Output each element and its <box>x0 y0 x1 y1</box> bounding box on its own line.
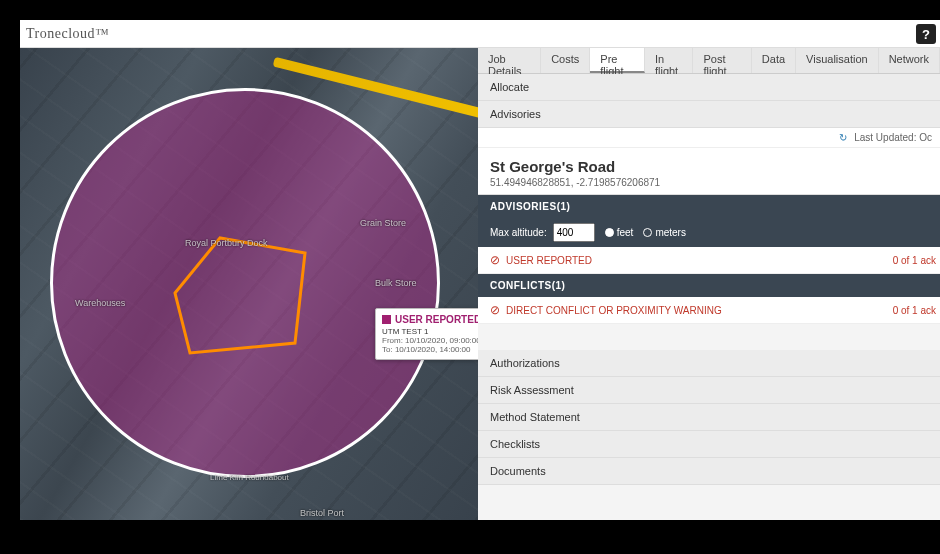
section-documents[interactable]: Documents <box>478 458 940 485</box>
advisories-header-text: ADVISORIES(1) <box>490 201 570 212</box>
unit-meters-radio[interactable]: meters <box>643 227 686 238</box>
section-checklists[interactable]: Checklists <box>478 431 940 458</box>
map-label-bristolport: Bristol Port <box>300 508 344 518</box>
tab-visualisation[interactable]: Visualisation <box>796 48 879 73</box>
alert-ack-count: 0 of 1 ack <box>893 305 936 316</box>
popup-from: From: 10/10/2020, 09:00:00 <box>382 336 478 345</box>
max-alt-input[interactable] <box>553 223 595 242</box>
tab-data[interactable]: Data <box>752 48 796 73</box>
tab-job-details[interactable]: Job Details <box>478 48 541 73</box>
map-label-limekiln: Lime Kiln Roundabout <box>210 473 289 482</box>
alert-icon: ⊘ <box>490 253 500 267</box>
unit-feet-radio[interactable]: feet <box>605 227 634 238</box>
tab-post-flight[interactable]: Post flight <box>693 48 751 73</box>
map-label-bulkstore: Bulk Store <box>375 278 417 288</box>
topbar: T ronecloud™ ? <box>20 20 940 48</box>
tab-in-flight[interactable]: In flight <box>645 48 693 73</box>
help-icon[interactable]: ? <box>916 24 936 44</box>
refresh-icon[interactable]: ↻ <box>839 132 847 143</box>
map-label-dock: Royal Portbury Dock <box>185 238 268 248</box>
location-coords: 51.494946828851, -2.7198576206871 <box>490 177 928 188</box>
main-layout: Royal Portbury Dock Warehouses Bulk Stor… <box>20 48 940 520</box>
brand-logo: ronecloud™ <box>35 26 110 42</box>
map-label-warehouses: Warehouses <box>75 298 125 308</box>
section-authorizations[interactable]: Authorizations <box>478 350 940 377</box>
alert-text: DIRECT CONFLICT OR PROXIMITY WARNING <box>506 305 722 316</box>
alert-user-reported[interactable]: ⊘ USER REPORTED 0 of 1 ack <box>478 247 940 274</box>
tab-network[interactable]: Network <box>879 48 940 73</box>
section-allocate[interactable]: Allocate <box>478 74 940 101</box>
max-alt-label: Max altitude: <box>490 227 547 238</box>
section-advisories[interactable]: Advisories <box>478 101 940 128</box>
section-method-statement[interactable]: Method Statement <box>478 404 940 431</box>
popup-title: USER REPORTED <box>395 314 478 325</box>
tab-costs[interactable]: Costs <box>541 48 590 73</box>
map-label-grainstore: Grain Store <box>360 218 406 228</box>
location-title: St George's Road <box>490 158 928 175</box>
map-pane[interactable]: Royal Portbury Dock Warehouses Bulk Stor… <box>20 48 478 520</box>
alert-ack-count: 0 of 1 ack <box>893 255 936 266</box>
advisories-header-bar[interactable]: ADVISORIES(1) <box>478 195 940 218</box>
app-window: T ronecloud™ ? Royal Portbury Dock Wareh… <box>20 20 940 520</box>
popup-subtitle: UTM TEST 1 <box>382 327 478 336</box>
last-updated-row: ↻ Last Updated: Oc <box>478 128 940 148</box>
flight-area-polygon[interactable] <box>165 233 315 363</box>
spacer <box>478 324 940 350</box>
max-altitude-row: Max altitude: feet meters <box>478 218 940 247</box>
details-pane: Job Details Costs Pre flight In flight P… <box>478 48 940 520</box>
section-risk-assessment[interactable]: Risk Assessment <box>478 377 940 404</box>
alert-icon: ⊘ <box>490 303 500 317</box>
alert-text: USER REPORTED <box>506 255 592 266</box>
map-popup: × USER REPORTED UTM TEST 1 From: 10/10/2… <box>375 308 478 360</box>
svg-marker-0 <box>175 238 305 353</box>
popup-color-swatch <box>382 315 391 324</box>
location-panel: St George's Road 51.494946828851, -2.719… <box>478 148 940 195</box>
conflicts-header-bar[interactable]: CONFLICTS(1) <box>478 274 940 297</box>
last-updated-text: Last Updated: Oc <box>854 132 932 143</box>
conflicts-header-text: CONFLICTS(1) <box>490 280 565 291</box>
popup-to: To: 10/10/2020, 14:00:00 <box>382 345 478 354</box>
tab-pre-flight[interactable]: Pre flight <box>590 48 645 73</box>
alert-conflict[interactable]: ⊘ DIRECT CONFLICT OR PROXIMITY WARNING 0… <box>478 297 940 324</box>
tabs-bar: Job Details Costs Pre flight In flight P… <box>478 48 940 74</box>
brand-prefix: T <box>26 26 35 42</box>
